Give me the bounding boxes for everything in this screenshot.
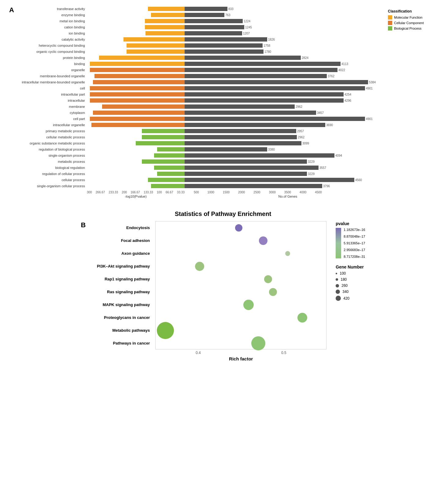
bar-pair: 4094: [87, 153, 382, 158]
bar-count: 3457: [317, 111, 324, 115]
bar-pair: 2957: [87, 129, 382, 133]
bar-row: ion binding1207: [17, 31, 382, 36]
bar-pair: 4560: [87, 178, 382, 182]
panel-b-inner: B EndocytosisFocal adhesionAxon guidance…: [81, 221, 365, 361]
gradient-bar: [336, 228, 341, 258]
bar-gray: [185, 37, 267, 42]
bar-count: 3557: [319, 166, 326, 170]
bar-gray: [185, 153, 334, 158]
bar-row-label: transferase activity: [17, 7, 87, 11]
bar-row-label: cytoplasm: [17, 111, 87, 115]
dot-point: [285, 251, 290, 256]
dot-point: [157, 322, 174, 339]
bar-row: organic cyclic compound binding1780: [17, 49, 382, 54]
legend-a-label: Biological Process: [394, 27, 422, 30]
bar-colored: [91, 123, 185, 127]
bar-right: 1245: [185, 25, 252, 29]
bar-colored: [142, 129, 185, 133]
bar-row: cell4901: [17, 86, 382, 91]
bar-pair: 4254: [87, 92, 382, 97]
bar-colored: [99, 56, 185, 60]
bar-right: 1826: [185, 37, 275, 42]
bar-colored: [90, 117, 185, 121]
bar-colored: [146, 31, 185, 35]
bar-right: 3457: [185, 111, 324, 115]
bar-count: 1826: [268, 38, 275, 41]
bar-pair: 833: [87, 7, 382, 11]
bar-row: biological regulation3557: [17, 165, 382, 170]
dot-chart-inner: [156, 221, 326, 349]
bar-pair: 1207: [87, 31, 382, 35]
bar-gray: [185, 184, 322, 188]
dot-point: [195, 262, 204, 271]
panel-b-label: B: [81, 221, 86, 229]
dot-chart-outer: [155, 221, 326, 349]
bar-pair: 4296: [87, 98, 382, 103]
bar-count: 4560: [355, 178, 362, 182]
bar-row-label: membrane: [17, 105, 87, 108]
bar-row: cation binding1245: [17, 24, 382, 30]
bar-row: cytoplasm3457: [17, 110, 382, 115]
bar-colored: [102, 104, 185, 109]
bar-count: 3229: [308, 172, 315, 176]
bar-colored: [94, 74, 185, 78]
dot-chart: [155, 221, 326, 349]
bar-count: 1224: [244, 20, 250, 23]
bar-count: 3099: [302, 142, 309, 145]
bar-right: 3690: [185, 123, 333, 127]
bar-pair: 3762: [87, 74, 382, 78]
bar-pair: 1224: [87, 19, 382, 23]
bar-row-label: single-organism process: [17, 154, 87, 157]
bar-count: 3796: [323, 184, 330, 188]
bar-right: 4022: [185, 68, 345, 72]
dot-point: [235, 224, 242, 232]
legend-a-item: Cellular Component: [388, 21, 437, 25]
bar-right: 1224: [185, 19, 250, 23]
bar-pair: 763: [87, 13, 382, 17]
bar-row: binding4113: [17, 61, 382, 67]
bar-count: 2824: [302, 56, 308, 60]
bar-count: 1758: [264, 44, 270, 47]
bar-gray: [185, 166, 319, 170]
x-axis-left-title: -log10(Pvalue): [87, 195, 185, 198]
bar-colored: [127, 43, 185, 48]
bar-colored: [154, 166, 185, 170]
legend-a-item: Biological Process: [388, 26, 437, 31]
gradient-label: 2.956683e–17: [344, 248, 365, 252]
full-dot-area: EndocytosisFocal adhesionAxon guidancePI…: [88, 221, 326, 349]
bar-right: 833: [185, 7, 234, 11]
bar-count: 2957: [297, 130, 304, 133]
bar-row-label: organic cyclic compound binding: [17, 50, 87, 53]
bar-row: intracellular4296: [17, 98, 382, 103]
bar-pair: 1826: [87, 37, 382, 42]
bar-pair: 3380: [87, 147, 382, 152]
bar-gray: [185, 74, 327, 78]
bar-count: 4901: [366, 117, 373, 121]
main-container: A transferase activity833enzyme binding7…: [0, 0, 446, 367]
x-axis-right-labels: 50010001500200025003000350040004500: [194, 191, 322, 194]
bar-gray: [185, 104, 295, 109]
bar-row: regulation of cellular process3229: [17, 171, 382, 177]
bar-row: intracellular organelle3690: [17, 122, 382, 128]
bar-pair: 4901: [87, 117, 382, 121]
dot-y-label: Focal adhesion: [88, 238, 153, 243]
bar-count: 4094: [335, 154, 342, 157]
bar-row-label: regulation of biological process: [17, 148, 87, 151]
bar-count: 833: [228, 7, 234, 11]
bar-right: 3229: [185, 172, 315, 176]
bar-pair: 3557: [87, 166, 382, 170]
bar-right: 4113: [185, 62, 348, 66]
bar-row-label: enzyme binding: [17, 13, 87, 17]
dot-size-circle: [336, 296, 341, 301]
bar-gray: [185, 117, 365, 121]
bar-row-label: single-organism cellular process: [17, 184, 87, 188]
bar-pair: 3457: [87, 111, 382, 115]
bar-row: primary metabolic process2957: [17, 128, 382, 134]
bar-count: 3762: [328, 75, 334, 78]
bar-right: 3762: [185, 74, 334, 78]
bar-colored: [148, 7, 185, 11]
bar-pair: 3690: [87, 123, 382, 127]
bar-colored: [145, 19, 185, 23]
bar-gray: [185, 141, 301, 145]
bar-count: 763: [225, 13, 230, 17]
